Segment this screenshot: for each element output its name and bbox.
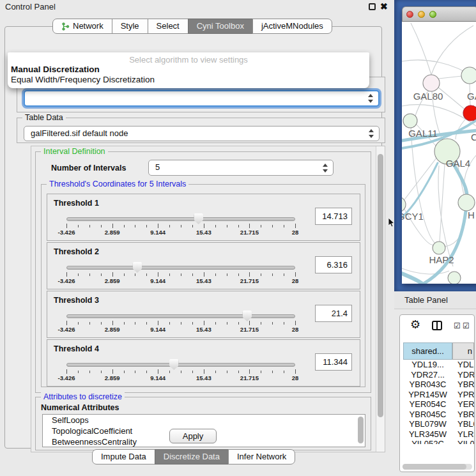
tick-label: -3.426 [58, 374, 75, 381]
table-row[interactable]: YER054CYER0 [403, 399, 474, 410]
cell[interactable]: YPR1 [452, 390, 474, 400]
cell[interactable]: YDL19... [403, 360, 452, 370]
table-header-row: shared... n [403, 342, 474, 360]
cell[interactable]: YBL0 [452, 419, 474, 429]
node-gal11[interactable] [403, 114, 417, 128]
tab-jactivemnodules[interactable]: jActiveMNodules [252, 19, 332, 34]
tick-mark [204, 224, 204, 228]
node[interactable] [448, 272, 461, 284]
slider-handle[interactable] [169, 359, 179, 370]
cell[interactable]: YPR145W [403, 390, 452, 400]
tab-discretize-data[interactable]: Discretize Data [155, 449, 229, 464]
tick-mark [135, 371, 135, 373]
tab-impute-data[interactable]: Impute Data [92, 449, 155, 464]
tick-mark [192, 322, 193, 325]
threshold-4-value-field[interactable]: 11.344 [315, 353, 352, 371]
gear-icon[interactable]: ⚙ [410, 318, 420, 332]
cell[interactable]: YBR045C [403, 410, 452, 420]
table-row[interactable]: YDR27...YDR2 [403, 370, 474, 380]
table-row[interactable]: YBR043CYBR0 [403, 380, 474, 390]
cell[interactable]: YIL052C [403, 439, 452, 444]
threshold-1-box: Threshold 1 -3.4262.8599.14415.4321.7152… [47, 194, 360, 241]
tab-cyni-toolbox[interactable]: Cyni Toolbox [188, 19, 253, 34]
table-row[interactable]: YPR145WYPR1 [403, 390, 474, 400]
threshold-4-box: Threshold 4 -3.4262.8599.14415.4321.7152… [47, 339, 360, 387]
table-row[interactable]: YIL052CYIL0 [403, 439, 474, 444]
cell[interactable]: YER0 [452, 399, 474, 410]
node[interactable] [461, 67, 476, 84]
node-hap2[interactable] [433, 242, 445, 254]
tick-label: 15.43 [196, 374, 211, 381]
tick-label: -3.426 [58, 229, 75, 236]
network-canvas[interactable]: GAL80 GA C GAL11 GAL4 GCY1 H HAP2 [402, 22, 476, 284]
float-window-icon[interactable] [369, 3, 376, 10]
zoom-traffic-light-icon[interactable] [429, 11, 436, 18]
cell[interactable]: YDR2 [452, 370, 474, 380]
slider-track[interactable] [66, 314, 295, 318]
close-icon[interactable]: ✖ [380, 1, 388, 12]
checkbox-icon[interactable]: ☑ [463, 321, 470, 330]
cell[interactable]: YDL1 [452, 360, 474, 370]
slider-track[interactable] [66, 217, 295, 221]
tick-mark [192, 225, 193, 227]
node-h[interactable] [458, 194, 475, 211]
slider: -3.4262.8599.14415.4321.71528 [66, 291, 295, 339]
apply-button[interactable]: Apply [169, 429, 217, 443]
tick-mark [112, 224, 113, 228]
numerical-attributes-heading: Numerical Attributes [41, 403, 119, 412]
split-columns-icon[interactable] [432, 321, 442, 330]
slider-handle[interactable] [132, 262, 142, 273]
threshold-3-box: Threshold 3 -3.4262.8599.14415.4321.7152… [47, 291, 360, 338]
slider-handle[interactable] [242, 311, 252, 321]
popup-option-equal-width[interactable]: Equal Width/Frequency Discretization [11, 75, 155, 84]
cell[interactable]: YDR27... [403, 370, 452, 380]
slider-track[interactable] [66, 363, 295, 367]
cell[interactable]: YLR3 [452, 429, 474, 440]
column-header-shared[interactable]: shared... [403, 342, 452, 360]
tick-mark [261, 273, 261, 276]
network-window-titlebar[interactable] [402, 6, 476, 22]
scrollbar-thumb[interactable] [378, 154, 383, 417]
tick-mark [227, 273, 227, 276]
cell[interactable]: YER054C [403, 399, 452, 410]
tick-mark [227, 225, 227, 227]
table-data-combobox[interactable]: galFiltered.sif default node [24, 126, 380, 141]
minimize-traffic-light-icon[interactable] [418, 11, 425, 18]
tab-infer-network[interactable]: Infer Network [228, 449, 295, 464]
cell[interactable]: YLR345W [403, 429, 452, 440]
threshold-3-value-field[interactable]: 21.4 [315, 305, 352, 322]
tab-style[interactable]: Style [112, 19, 148, 34]
node-label-hap2: HAP2 [429, 254, 454, 265]
number-of-intervals-combobox[interactable]: 5 [148, 160, 334, 176]
checkbox-icon[interactable]: ☑ [454, 321, 461, 330]
slider-track[interactable] [66, 266, 295, 270]
cell[interactable]: YBL079W [403, 419, 452, 429]
threshold-1-value-field[interactable]: 14.713 [315, 208, 352, 225]
table-row[interactable]: YDL19...YDL1 [403, 360, 474, 370]
cell[interactable]: YBR0 [452, 410, 474, 420]
algorithm-combobox[interactable] [24, 90, 380, 107]
settings-scroll-viewport: Interval Definition Number of Intervals … [31, 146, 385, 452]
scrollbar-thumb[interactable] [403, 464, 466, 470]
cell[interactable]: YBR0 [452, 380, 474, 390]
list-scrollbar[interactable] [358, 417, 364, 443]
node-gal80[interactable] [423, 75, 440, 91]
thresholds-group-label: Threshold's Coordinates for 5 Intervals [47, 180, 188, 188]
horizontal-scrollbar[interactable] [403, 464, 472, 470]
cell[interactable]: YIL0 [452, 439, 474, 444]
tab-select[interactable]: Select [148, 19, 188, 34]
column-header-name[interactable]: n [452, 342, 474, 360]
popup-option-manual-discretization[interactable]: Manual Discretization [11, 65, 100, 74]
tab-network[interactable]: Network [52, 19, 112, 34]
close-traffic-light-icon[interactable] [406, 11, 413, 18]
vertical-scrollbar[interactable] [376, 146, 385, 452]
network-window[interactable]: GAL80 GA C GAL11 GAL4 GCY1 H HAP2 [402, 6, 476, 284]
cell[interactable]: YBR043C [403, 380, 452, 390]
node-selected-red[interactable] [463, 105, 476, 121]
slider-handle[interactable] [194, 213, 203, 224]
threshold-2-value-field[interactable]: 6.316 [315, 256, 352, 273]
table-row[interactable]: YBL079WYBL0 [403, 419, 474, 429]
table-row[interactable]: YLR345WYLR3 [403, 429, 474, 440]
list-item[interactable]: SelfLoops [43, 415, 365, 426]
table-row[interactable]: YBR045CYBR0 [403, 410, 474, 420]
